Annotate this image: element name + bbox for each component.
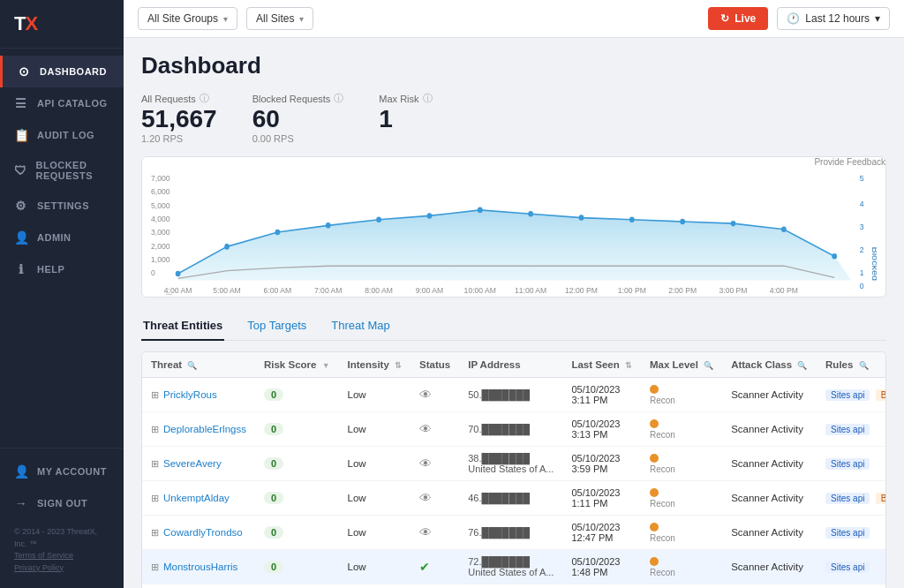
cell-rules: Sites api: [817, 516, 886, 550]
svg-point-29: [781, 226, 787, 232]
table-row: ⊞ CowardlyTrondso 0 Low 👁 76.███████ 05/…: [142, 516, 886, 550]
live-label: Live: [734, 12, 756, 25]
status-eye-icon[interactable]: 👁: [419, 456, 432, 471]
info-icon[interactable]: ⓘ: [334, 92, 343, 105]
status-eye-icon[interactable]: 👁: [419, 388, 432, 402]
time-range-button[interactable]: 🕐 Last 12 hours ▾: [777, 7, 890, 30]
tab-threat-map[interactable]: Threat Map: [329, 312, 391, 341]
threat-name-link[interactable]: ⊞ CowardlyTrondso: [151, 527, 246, 539]
level-dot-icon: [650, 523, 659, 531]
rule-tag[interactable]: Sites api: [825, 389, 870, 401]
cell-intensity: Low: [339, 550, 411, 584]
main-content: All Site Groups ▾ All Sites ▾ ↻ Live 🕐 L…: [124, 0, 904, 588]
svg-point-24: [528, 211, 533, 217]
sidebar-item-settings[interactable]: ⚙ SETTINGS: [0, 190, 124, 222]
table-row: ⊞ PricklyRous 0 Low 👁 50.███████ 05/10/2…: [142, 378, 886, 412]
topbar: All Site Groups ▾ All Sites ▾ ↻ Live 🕐 L…: [124, 0, 904, 38]
threat-name-link[interactable]: ⊞ SevereAvery: [151, 458, 246, 470]
cell-max-level: Recon: [641, 447, 722, 481]
privacy-link[interactable]: Privacy Policy: [14, 563, 64, 572]
admin-icon: 👤: [14, 230, 28, 245]
status-check-icon: ✔: [419, 560, 430, 574]
status-eye-icon[interactable]: 👁: [419, 525, 432, 539]
sidebar-copyright: © 2014 - 2023 ThreatX, Inc. ™ Terms of S…: [0, 519, 124, 581]
rule-tag[interactable]: Sites api: [825, 424, 870, 435]
sidebar-item-api-catalog[interactable]: ☰ API CATALOG: [0, 87, 124, 119]
threat-name-link[interactable]: ⊞ UnkemptAlday: [151, 493, 246, 504]
rule-tag-extra[interactable]: Bot Management Users: [876, 389, 886, 401]
page-content: Dashboard All Requests ⓘ 51,667 1.20 RPS…: [124, 38, 904, 588]
status-eye-icon[interactable]: 👁: [419, 491, 432, 505]
rule-tag[interactable]: Sites api: [825, 458, 870, 470]
col-header-intensity: Intensity ⇅: [339, 352, 411, 378]
sidebar-item-label: AUDIT LOG: [37, 130, 94, 140]
table-row: ⊞ MonstrousHarris 0 Low ✔ 72.███████Unit…: [142, 550, 886, 584]
threat-entity-icon: ⊞: [151, 562, 159, 573]
threat-name-link[interactable]: ⊞ PricklyRous: [151, 389, 246, 401]
sidebar-item-audit-log[interactable]: 📋 AUDIT LOG: [0, 119, 124, 151]
sidebar-item-label: API CATALOG: [37, 98, 108, 109]
cell-risk-score: 0: [255, 412, 339, 447]
rule-tag[interactable]: Sites api: [825, 527, 870, 539]
chevron-down-icon: ▾: [223, 14, 228, 24]
sidebar-item-admin[interactable]: 👤 ADMIN: [0, 222, 124, 253]
svg-text:11:00 AM: 11:00 AM: [515, 285, 546, 295]
sort-icon[interactable]: ⇅: [625, 361, 632, 370]
my-account-icon: 👤: [14, 464, 28, 479]
sites-dropdown[interactable]: All Sites ▾: [246, 7, 313, 30]
cell-attack-class: Scanner Activity: [722, 516, 817, 550]
svg-text:3: 3: [860, 222, 864, 231]
threat-name-link[interactable]: ⊞ MonstrousHarris: [151, 562, 246, 573]
svg-point-17: [176, 271, 181, 277]
table-row: ⊞ UnkemptAlday 0 Low 👁 46.███████ 05/10/…: [142, 481, 886, 516]
cell-rules: Sites api Bot Management Users: [817, 378, 886, 412]
cell-last-seen: 05/10/20233:11 PM: [562, 378, 641, 412]
search-icon[interactable]: 🔍: [704, 361, 713, 370]
terms-link[interactable]: Terms of Service: [14, 551, 73, 560]
svg-point-26: [629, 217, 635, 223]
stat-blocked-requests-value: 60: [252, 107, 344, 132]
search-icon[interactable]: 🔍: [797, 361, 807, 370]
stat-all-requests-sub: 1.20 RPS: [141, 133, 217, 144]
col-header-attack-class: Attack Class 🔍: [722, 352, 817, 378]
sidebar-item-my-account[interactable]: 👤 MY ACCOUNT: [0, 456, 124, 487]
info-icon[interactable]: ⓘ: [423, 92, 433, 105]
cell-threat: ⊞ DeplorableErlngss: [142, 412, 255, 447]
stat-max-risk-value: 1: [379, 107, 432, 132]
site-groups-dropdown[interactable]: All Site Groups ▾: [138, 7, 237, 30]
blocked-requests-icon: 🛡: [14, 163, 27, 177]
threat-name-link[interactable]: ⊞ DeplorableErlngss: [151, 424, 246, 435]
provide-feedback-link[interactable]: Provide Feedback: [814, 157, 885, 167]
sort-icon[interactable]: ⇅: [395, 361, 402, 370]
svg-text:8:00 AM: 8:00 AM: [365, 285, 393, 295]
cell-last-seen: 05/10/20231:11 PM: [562, 481, 641, 516]
traffic-chart: Provide Feedback 7,000 6,000 5,000 4,000…: [141, 156, 886, 298]
sort-icon[interactable]: ▼: [322, 361, 330, 370]
search-icon[interactable]: 🔍: [859, 361, 869, 370]
stat-blocked-requests-sub: 0.00 RPS: [252, 133, 344, 144]
sidebar-item-help[interactable]: ℹ HELP: [0, 253, 124, 285]
search-icon[interactable]: 🔍: [187, 361, 197, 370]
rule-tag-extra[interactable]: Bot Management Users: [876, 493, 886, 504]
table-header-row: Threat 🔍 Risk Score ▼ Intensity ⇅ Status…: [142, 352, 886, 378]
sidebar-item-label: SIGN OUT: [37, 498, 87, 509]
live-button[interactable]: ↻ Live: [708, 7, 768, 30]
col-header-status: Status: [411, 352, 459, 378]
tab-threat-entities[interactable]: Threat Entities: [141, 312, 224, 341]
level-dot-icon: [650, 385, 659, 394]
cell-last-seen: 05/10/20233:13 PM: [562, 412, 641, 447]
cell-rules: Sites api Bot Management Users: [817, 481, 886, 516]
tab-top-targets[interactable]: Top Targets: [245, 312, 308, 341]
rule-tag[interactable]: Sites api: [825, 562, 870, 573]
tabs-row: Threat Entities Top Targets Threat Map: [141, 312, 886, 341]
cell-max-level: Recon: [641, 481, 722, 516]
sidebar-item-dashboard[interactable]: ⊙ DASHBOARD: [0, 56, 124, 87]
rule-tag[interactable]: Sites api: [825, 493, 870, 504]
sidebar-item-blocked-requests[interactable]: 🛡 BLOCKED REQUESTS: [0, 151, 124, 190]
sidebar-item-sign-out[interactable]: → SIGN OUT: [0, 487, 124, 519]
api-catalog-icon: ☰: [14, 96, 28, 110]
cell-threat: ⊞ UnkemptAlday: [142, 481, 255, 516]
cell-status: 👁: [411, 447, 459, 481]
status-eye-icon[interactable]: 👁: [419, 422, 432, 436]
info-icon[interactable]: ⓘ: [200, 92, 209, 105]
